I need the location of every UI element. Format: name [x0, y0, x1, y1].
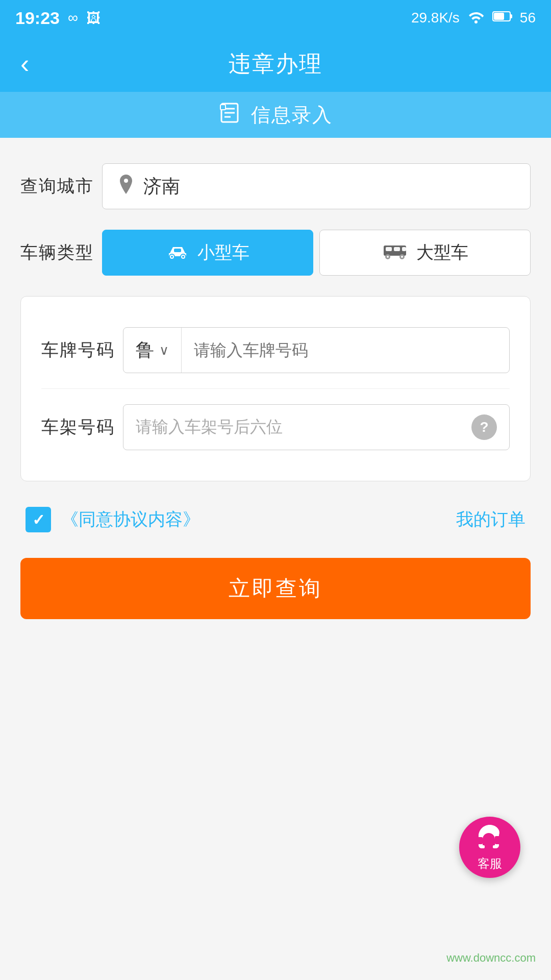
location-icon — [118, 175, 134, 198]
watermark: www.downcc.com — [446, 951, 536, 965]
battery-outline-icon — [492, 10, 513, 26]
headset-icon — [476, 823, 504, 853]
chevron-down-icon: ∨ — [159, 342, 169, 358]
sub-header-text: 信息录入 — [251, 102, 333, 128]
svg-rect-16 — [402, 247, 406, 251]
agreement-left: ✓ 《同意协议内容》 — [26, 507, 200, 532]
header: ‹ 违章办理 — [0, 36, 551, 92]
checkmark-icon: ✓ — [32, 511, 45, 529]
vehicle-type-control: 小型车 — [102, 230, 531, 276]
plate-input-wrapper[interactable]: 鲁 ∨ — [123, 327, 510, 373]
infinity-icon: ∞ — [68, 10, 78, 26]
small-car-label: 小型车 — [197, 241, 249, 264]
vehicle-type-label: 车辆类型 — [20, 241, 102, 264]
agreement-link[interactable]: 《同意协议内容》 — [61, 508, 200, 531]
agreement-checkbox[interactable]: ✓ — [26, 507, 51, 532]
media-icon: 🖼 — [86, 10, 101, 27]
back-button[interactable]: ‹ — [20, 51, 29, 77]
my-order-link[interactable]: 我的订单 — [456, 508, 525, 531]
sub-header-banner: 信息录入 — [0, 92, 551, 138]
vin-label: 车架号码 — [41, 415, 123, 439]
plate-vin-card: 车牌号码 鲁 ∨ 车架号码 请输入车架号后六位 ? — [20, 296, 531, 481]
svg-rect-14 — [386, 247, 392, 251]
large-car-button[interactable]: 大型车 — [319, 230, 531, 276]
svg-point-20 — [401, 256, 403, 258]
svg-rect-2 — [494, 13, 504, 20]
svg-rect-1 — [510, 14, 512, 18]
vin-help-icon[interactable]: ? — [471, 414, 497, 440]
large-car-icon — [382, 241, 408, 264]
page-title: 违章办理 — [229, 49, 322, 79]
battery-level: 56 — [520, 10, 536, 26]
wifi-icon — [467, 9, 485, 27]
vin-input-wrapper[interactable]: 请输入车架号后六位 ? — [123, 404, 510, 450]
customer-service-button[interactable]: 客服 — [459, 817, 520, 878]
plate-row: 车牌号码 鲁 ∨ — [41, 317, 510, 383]
vehicle-type-row: 车辆类型 小型车 — [20, 230, 531, 276]
svg-rect-8 — [174, 249, 181, 252]
large-car-label: 大型车 — [416, 241, 468, 264]
plate-prefix-selector[interactable]: 鲁 ∨ — [123, 328, 182, 373]
plate-prefix-value: 鲁 — [136, 338, 154, 363]
svg-point-12 — [182, 256, 184, 258]
status-bar: 19:23 ∞ 🖼 29.8K/s 56 — [0, 0, 551, 36]
vehicle-type-toggle: 小型车 — [102, 230, 531, 276]
svg-point-19 — [387, 256, 389, 258]
small-car-icon — [166, 242, 189, 264]
city-input-field[interactable]: 济南 — [102, 163, 531, 209]
cs-label-text: 客服 — [478, 855, 502, 872]
city-label: 查询城市 — [20, 175, 102, 198]
info-entry-icon — [218, 102, 241, 129]
plate-label: 车牌号码 — [41, 338, 123, 362]
city-row: 查询城市 济南 — [20, 163, 531, 209]
status-bar-left: 19:23 ∞ 🖼 — [15, 8, 101, 28]
city-control: 济南 — [102, 163, 531, 209]
vin-row: 车架号码 请输入车架号后六位 ? — [41, 388, 510, 460]
city-value: 济南 — [143, 174, 180, 199]
svg-rect-15 — [394, 247, 400, 251]
query-button[interactable]: 立即查询 — [20, 558, 531, 619]
plate-number-input[interactable] — [182, 341, 509, 360]
network-speed: 29.8K/s — [411, 10, 460, 26]
vin-placeholder-text: 请输入车架号后六位 — [136, 416, 471, 438]
status-time: 19:23 — [15, 8, 60, 28]
agreement-row: ✓ 《同意协议内容》 我的订单 — [20, 507, 531, 532]
small-car-button[interactable]: 小型车 — [102, 230, 313, 276]
main-content: 查询城市 济南 车辆类型 — [0, 138, 551, 670]
svg-point-11 — [171, 256, 173, 258]
svg-rect-7 — [220, 105, 226, 110]
status-bar-right: 29.8K/s 56 — [411, 9, 536, 27]
